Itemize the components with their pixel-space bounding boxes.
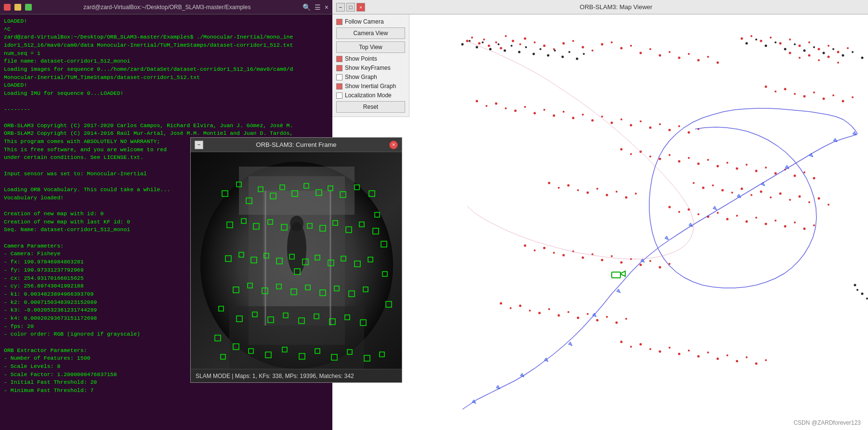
frame-min-btn[interactable]: − <box>195 141 203 149</box>
svg-point-112 <box>775 91 776 92</box>
svg-point-133 <box>543 247 546 249</box>
svg-point-64 <box>611 122 613 124</box>
camera-frame-image <box>191 152 402 369</box>
svg-point-157 <box>596 319 599 322</box>
svg-point-70 <box>669 129 671 131</box>
terminal-menu-icon[interactable]: ☰ <box>315 3 321 11</box>
svg-point-59 <box>563 111 565 113</box>
svg-point-177 <box>693 182 695 184</box>
mapviewer-maximize-btn[interactable]: □ <box>346 3 355 12</box>
svg-point-257 <box>290 216 303 231</box>
terminal-titlebar: zard@zard-VirtualBox:~/Desktop/ORB_SLAM3… <box>0 0 332 14</box>
svg-point-71 <box>678 125 680 127</box>
svg-point-93 <box>803 171 805 173</box>
svg-point-130 <box>635 193 637 195</box>
localization-mode-color <box>336 92 342 99</box>
svg-point-214 <box>784 48 787 51</box>
svg-rect-0 <box>332 14 868 430</box>
svg-point-145 <box>659 266 661 269</box>
svg-point-45 <box>799 57 801 59</box>
svg-point-116 <box>813 91 815 93</box>
svg-point-109 <box>803 228 806 230</box>
terminal-max-btn[interactable] <box>25 4 32 11</box>
svg-point-90 <box>775 172 777 175</box>
svg-point-182 <box>741 188 743 190</box>
svg-point-161 <box>620 341 623 343</box>
svg-point-89 <box>765 167 767 169</box>
svg-point-139 <box>601 259 604 261</box>
svg-rect-329 <box>364 355 370 361</box>
svg-point-159 <box>616 322 618 324</box>
svg-point-69 <box>659 123 661 125</box>
svg-point-194 <box>476 46 478 49</box>
camera-view-button[interactable]: Camera View <box>336 27 405 39</box>
svg-point-46 <box>808 54 811 57</box>
svg-point-167 <box>678 353 681 355</box>
svg-point-204 <box>547 54 550 57</box>
svg-point-67 <box>640 120 642 122</box>
svg-point-23 <box>640 52 642 54</box>
svg-point-195 <box>482 41 484 43</box>
svg-point-158 <box>606 316 608 318</box>
svg-point-165 <box>659 351 661 353</box>
svg-point-60 <box>572 117 575 119</box>
svg-point-123 <box>567 184 570 187</box>
svg-point-144 <box>649 260 651 262</box>
svg-point-181 <box>731 192 733 194</box>
svg-point-175 <box>755 363 758 365</box>
svg-point-31 <box>717 62 719 64</box>
svg-point-141 <box>620 261 623 264</box>
terminal-min-btn[interactable] <box>14 4 21 11</box>
svg-point-212 <box>765 45 767 47</box>
show-keyframes-color <box>336 65 342 71</box>
frame-close-btn[interactable]: × <box>389 141 398 149</box>
svg-point-104 <box>755 217 757 219</box>
frame-window: − ORB-SLAM3: Current Frame × <box>190 137 402 383</box>
svg-point-208 <box>576 58 579 60</box>
svg-point-11 <box>524 38 526 40</box>
svg-point-4 <box>483 39 485 40</box>
svg-point-155 <box>577 317 579 319</box>
svg-point-213 <box>775 41 776 43</box>
mapviewer-minimize-btn[interactable]: − <box>336 3 345 12</box>
frame-titlebar: − ORB-SLAM3: Current Frame × <box>191 138 402 152</box>
svg-point-78 <box>659 158 661 160</box>
svg-point-100 <box>717 212 719 214</box>
top-view-button[interactable]: Top View <box>336 41 405 53</box>
svg-point-79 <box>669 154 671 156</box>
svg-point-206 <box>562 56 564 58</box>
terminal-search-icon[interactable]: 🔍 <box>302 3 311 11</box>
show-keyframes-row: Show KeyFrames <box>336 65 405 71</box>
svg-point-185 <box>770 196 772 198</box>
svg-point-38 <box>799 45 801 47</box>
svg-point-65 <box>620 118 622 120</box>
reset-button[interactable]: Reset <box>336 101 405 113</box>
terminal-close-x-icon[interactable]: × <box>325 3 329 11</box>
svg-point-205 <box>554 50 556 52</box>
svg-point-50 <box>476 100 478 103</box>
mapviewer-title: ORB-SLAM3: Map Viewer <box>368 3 864 11</box>
mapviewer-close-btn[interactable]: × <box>356 3 365 12</box>
svg-point-95 <box>669 206 671 208</box>
svg-point-151 <box>539 312 541 314</box>
svg-point-198 <box>504 50 506 52</box>
svg-point-164 <box>649 348 651 350</box>
svg-point-17 <box>582 46 584 49</box>
svg-point-129 <box>625 196 628 199</box>
map-visualization <box>332 14 868 430</box>
svg-point-81 <box>688 157 690 159</box>
svg-point-34 <box>760 40 763 42</box>
svg-point-74 <box>620 148 623 151</box>
svg-point-228 <box>856 289 858 291</box>
svg-point-96 <box>678 211 680 213</box>
svg-point-189 <box>808 201 810 203</box>
terminal-close-btn[interactable] <box>4 4 11 11</box>
svg-point-147 <box>500 302 502 305</box>
svg-point-108 <box>794 222 796 223</box>
svg-point-27 <box>678 57 681 59</box>
svg-point-37 <box>789 39 791 40</box>
svg-point-126 <box>596 188 598 190</box>
svg-point-169 <box>697 355 700 358</box>
svg-point-32 <box>741 38 743 40</box>
controls-panel: Follow Camera Camera View Top View Show … <box>332 14 409 117</box>
